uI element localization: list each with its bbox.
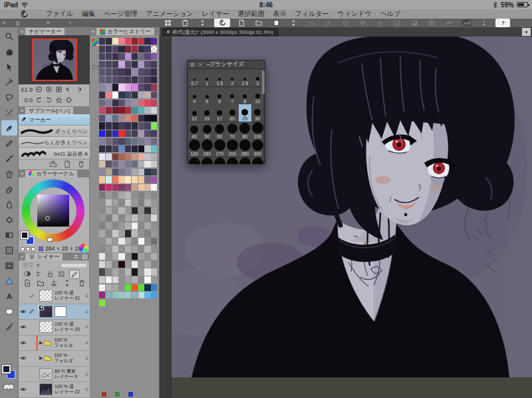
color-swatch[interactable] xyxy=(144,138,150,145)
color-swatch[interactable] xyxy=(151,207,157,214)
color-swatch[interactable] xyxy=(125,61,131,68)
color-swatch[interactable] xyxy=(112,76,118,83)
layer-row-5[interactable]: ▶100 %フォルダ≡ xyxy=(19,351,90,367)
color-swatch[interactable] xyxy=(138,107,144,114)
wheel-foreground-color-chip[interactable] xyxy=(21,231,29,239)
transparent-color-chip[interactable] xyxy=(3,384,14,389)
color-swatch[interactable] xyxy=(138,146,144,152)
brush-size-500[interactable]: 500 xyxy=(201,157,213,165)
color-swatch[interactable] xyxy=(125,130,131,137)
color-swatch[interactable] xyxy=(138,122,144,129)
color-swatch[interactable] xyxy=(151,115,157,122)
color-swatch[interactable] xyxy=(151,184,157,191)
color-swatch[interactable] xyxy=(144,246,150,252)
layer-drag-handle[interactable]: ≡ xyxy=(85,340,88,346)
color-swatch[interactable] xyxy=(112,92,118,98)
color-swatch[interactable] xyxy=(125,192,131,199)
color-swatch[interactable] xyxy=(106,284,112,291)
color-swatch[interactable] xyxy=(144,38,150,45)
eraser-tool[interactable] xyxy=(1,181,17,197)
color-swatch[interactable] xyxy=(138,115,144,122)
close-icon[interactable] xyxy=(198,62,203,68)
flip-vertical-icon[interactable] xyxy=(75,86,82,94)
color-swatch[interactable] xyxy=(132,207,138,214)
color-swatch[interactable] xyxy=(106,207,112,214)
deselect-button[interactable] xyxy=(340,19,351,27)
clip-icon[interactable] xyxy=(35,270,43,279)
brush-size-80[interactable]: 80 xyxy=(239,122,251,140)
color-swatch[interactable] xyxy=(106,215,112,221)
menu-item-5[interactable]: レイヤー xyxy=(202,9,229,19)
color-swatch[interactable] xyxy=(151,46,157,52)
color-wheel-header[interactable]: « カラーサークル xyxy=(19,169,90,177)
help-button[interactable]: ? xyxy=(495,19,510,27)
color-swatch[interactable] xyxy=(151,192,157,199)
color-swatch[interactable] xyxy=(99,169,105,175)
folder-expand-icon[interactable]: ▶ xyxy=(39,340,43,346)
zoom-100-icon[interactable] xyxy=(55,86,63,94)
color-swatch[interactable] xyxy=(106,100,112,106)
color-swatch[interactable] xyxy=(106,230,112,237)
color-swatch[interactable] xyxy=(144,53,150,60)
color-swatch[interactable] xyxy=(144,276,150,283)
color-swatch[interactable] xyxy=(151,268,157,275)
color-swatch[interactable] xyxy=(138,246,144,252)
color-swatch[interactable] xyxy=(118,100,124,106)
color-swatch[interactable] xyxy=(118,215,124,221)
color-swatch[interactable] xyxy=(112,276,118,283)
color-swatch[interactable] xyxy=(112,53,118,60)
color-swatch[interactable] xyxy=(132,192,138,199)
brush-size-60[interactable]: 60 xyxy=(213,122,226,140)
color-swatch[interactable] xyxy=(132,176,138,183)
delete-layer-icon[interactable] xyxy=(78,279,86,288)
color-swatch[interactable] xyxy=(151,122,157,129)
layer-settings-icon[interactable] xyxy=(73,254,79,260)
brush-size-700[interactable]: 700 xyxy=(226,157,239,165)
clipboard-button[interactable] xyxy=(180,19,191,27)
color-swatch[interactable] xyxy=(106,46,112,52)
layer-panel-menu-icon[interactable] xyxy=(82,254,88,260)
color-swatch[interactable] xyxy=(99,284,105,291)
color-swatch[interactable] xyxy=(132,169,138,175)
color-swatch[interactable] xyxy=(112,153,118,160)
layer-drag-handle[interactable]: ≡ xyxy=(85,355,88,361)
color-swatch[interactable] xyxy=(125,199,131,206)
color-swatch[interactable] xyxy=(125,38,131,45)
color-swatch[interactable] xyxy=(151,153,157,160)
color-swatch[interactable] xyxy=(118,169,124,175)
color-swatch[interactable] xyxy=(106,199,112,206)
color-swatch[interactable] xyxy=(99,184,105,191)
layers-header[interactable]: « レイヤー xyxy=(19,252,90,260)
color-swatch[interactable] xyxy=(144,130,150,137)
color-swatch[interactable] xyxy=(132,246,138,252)
brush-size-70[interactable]: 70 xyxy=(226,122,239,140)
color-swatch[interactable] xyxy=(125,253,131,260)
color-swatch[interactable] xyxy=(99,68,105,75)
color-swatch[interactable] xyxy=(125,215,131,221)
color-swatch[interactable] xyxy=(151,215,157,221)
draw-target-check-icon[interactable] xyxy=(27,293,36,299)
brush-size-25[interactable]: 25 xyxy=(239,104,251,122)
brush-size-20[interactable]: 20 xyxy=(226,104,239,122)
color-swatch[interactable] xyxy=(99,138,105,145)
color-swatch[interactable] xyxy=(99,92,105,98)
color-swatch[interactable] xyxy=(132,223,138,229)
color-swatch[interactable] xyxy=(132,215,138,221)
visibility-eye-icon[interactable] xyxy=(19,355,27,361)
color-swatch[interactable] xyxy=(132,284,138,291)
color-swatch[interactable] xyxy=(138,100,144,106)
color-swatch[interactable] xyxy=(112,169,118,175)
layer-row-4[interactable]: ▶100 %フォルダ≡ xyxy=(19,336,90,351)
collapse-panel-icon[interactable]: « xyxy=(3,19,6,27)
dock-toggle-2-button[interactable] xyxy=(288,19,299,27)
trash-icon[interactable] xyxy=(77,160,85,169)
blend-stepper[interactable]: ▲▼ xyxy=(37,263,39,268)
color-swatch[interactable] xyxy=(106,115,112,122)
color-swatch[interactable] xyxy=(151,246,157,252)
pencil-tool[interactable] xyxy=(1,136,17,151)
color-swatch[interactable] xyxy=(99,292,105,298)
tone-tool[interactable] xyxy=(1,243,17,258)
color-swatch[interactable] xyxy=(112,207,118,214)
color-swatch[interactable] xyxy=(132,292,138,298)
brush-size-6[interactable]: 6 xyxy=(213,87,226,104)
